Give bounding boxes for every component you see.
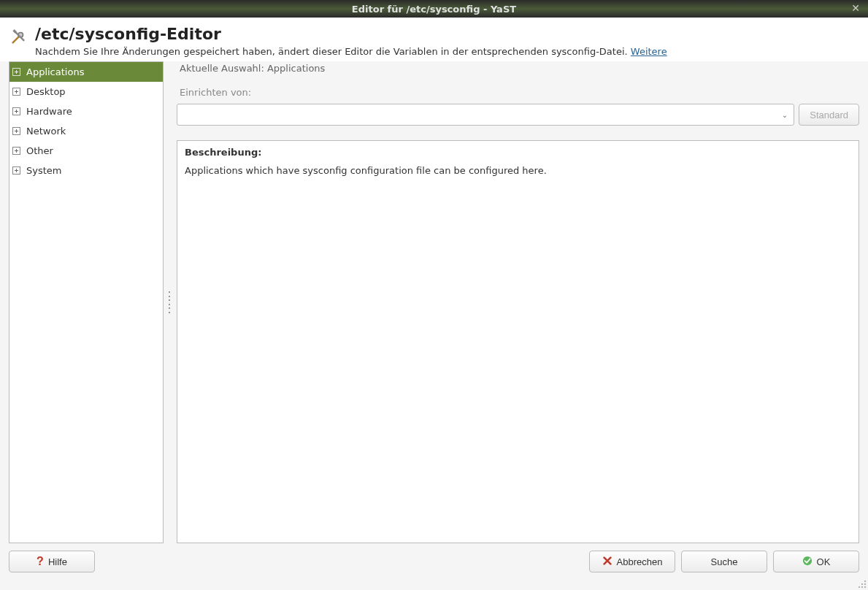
page-subtitle: Nachdem Sie Ihre Änderungen gespeichert … bbox=[35, 46, 859, 57]
description-box: Beschreibung: Applications which have sy… bbox=[177, 140, 859, 543]
tree-item-applications[interactable]: Applications bbox=[9, 62, 163, 82]
category-tree[interactable]: Applications Desktop Hardware Network Ot… bbox=[9, 61, 164, 543]
footer: ? Hilfe Abbrechen Suche OK bbox=[0, 543, 868, 580]
tree-item-network[interactable]: Network bbox=[9, 121, 163, 141]
expand-icon[interactable] bbox=[12, 127, 20, 135]
tree-item-desktop[interactable]: Desktop bbox=[9, 82, 163, 101]
standard-button-label: Standard bbox=[810, 110, 848, 120]
splitter-dots-icon bbox=[169, 291, 172, 313]
tree-label: Desktop bbox=[26, 86, 66, 97]
tree-item-system[interactable]: System bbox=[9, 161, 163, 180]
main-body: Applications Desktop Hardware Network Ot… bbox=[0, 61, 868, 543]
search-button[interactable]: Suche bbox=[681, 551, 767, 572]
expand-icon[interactable] bbox=[12, 147, 20, 155]
ok-button[interactable]: OK bbox=[773, 551, 859, 572]
help-button-label: Hilfe bbox=[48, 556, 67, 567]
question-icon: ? bbox=[37, 555, 44, 568]
ok-button-label: OK bbox=[817, 556, 831, 567]
svg-point-2 bbox=[864, 581, 866, 582]
description-text: Applications which have sysconfig config… bbox=[185, 165, 851, 176]
setup-row: ⌄ Standard bbox=[177, 104, 859, 126]
resize-grip-icon[interactable] bbox=[856, 578, 867, 589]
x-icon bbox=[602, 556, 612, 568]
expand-icon[interactable] bbox=[12, 88, 20, 96]
chevron-down-icon: ⌄ bbox=[782, 111, 788, 119]
search-button-label: Suche bbox=[711, 556, 738, 567]
tree-label: System bbox=[26, 165, 61, 176]
expand-icon[interactable] bbox=[12, 166, 20, 175]
more-link[interactable]: Weitere bbox=[631, 46, 667, 57]
cancel-button[interactable]: Abbrechen bbox=[589, 551, 675, 572]
svg-point-5 bbox=[859, 586, 860, 588]
splitter-handle[interactable] bbox=[168, 61, 172, 543]
tree-item-hardware[interactable]: Hardware bbox=[9, 101, 163, 121]
help-button[interactable]: ? Hilfe bbox=[9, 551, 95, 572]
header-area: /etc/sysconfig-Editor Nachdem Sie Ihre Ä… bbox=[0, 18, 868, 61]
tree-label: Other bbox=[26, 145, 53, 156]
setup-label: Einrichten von: bbox=[177, 80, 859, 99]
svg-point-4 bbox=[864, 583, 866, 585]
check-icon bbox=[802, 556, 813, 568]
tree-label: Hardware bbox=[26, 106, 72, 117]
page-title: /etc/sysconfig-Editor bbox=[35, 25, 859, 43]
cancel-button-label: Abbrechen bbox=[617, 556, 663, 567]
subtitle-text: Nachdem Sie Ihre Änderungen gespeichert … bbox=[35, 46, 631, 57]
current-selection-label: Aktuelle Auswahl: Applications bbox=[177, 61, 859, 75]
description-heading: Beschreibung: bbox=[185, 147, 851, 158]
tree-label: Network bbox=[26, 126, 66, 137]
detail-panel: Aktuelle Auswahl: Applications Einrichte… bbox=[177, 61, 859, 543]
value-combobox[interactable]: ⌄ bbox=[177, 104, 794, 126]
standard-button[interactable]: Standard bbox=[799, 104, 859, 126]
expand-icon[interactable] bbox=[12, 107, 20, 115]
tools-icon bbox=[9, 28, 28, 47]
tree-label: Applications bbox=[26, 66, 84, 77]
svg-point-7 bbox=[864, 586, 866, 588]
titlebar[interactable]: Editor für /etc/sysconfig - YaST ✕ bbox=[0, 0, 868, 18]
svg-point-6 bbox=[861, 586, 863, 588]
window-title: Editor für /etc/sysconfig - YaST bbox=[352, 4, 516, 15]
expand-icon[interactable] bbox=[12, 68, 20, 76]
tree-item-other[interactable]: Other bbox=[9, 141, 163, 161]
close-icon[interactable]: ✕ bbox=[849, 1, 862, 15]
svg-point-3 bbox=[861, 583, 863, 585]
